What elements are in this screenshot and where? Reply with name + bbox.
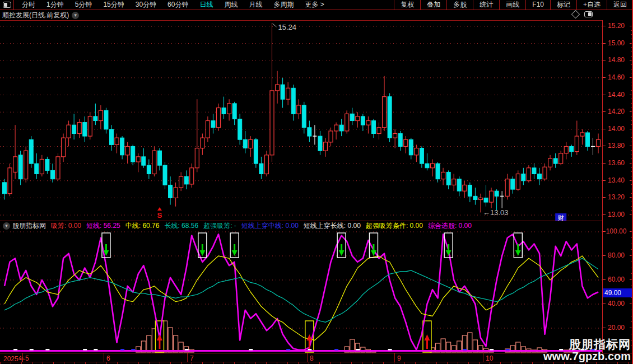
candle-body-down <box>18 155 22 179</box>
indicator-axis-label: 40.00 <box>603 300 630 307</box>
baseline-dash-blue <box>334 349 338 351</box>
tick <box>603 43 606 44</box>
candle-body-up <box>366 121 370 125</box>
toolbar-action-复权[interactable]: 复权 <box>394 0 420 10</box>
candle-body-down <box>184 176 188 184</box>
candle-body-up <box>201 138 204 148</box>
candle <box>431 159 435 176</box>
candle-body-down <box>291 88 295 114</box>
period-tab-更多 >[interactable]: 更多 > <box>299 0 329 10</box>
baseline-dash-white <box>388 349 392 351</box>
baseline-dash-blue <box>463 349 467 351</box>
period-tab-分时[interactable]: 分时 <box>16 0 41 10</box>
baseline-dash-blue <box>131 349 135 351</box>
period-tab-1分钟[interactable]: 1分钟 <box>41 0 69 10</box>
sidebar-toggle-button[interactable] <box>0 0 14 10</box>
price-axis-label: 14.00 <box>603 125 630 133</box>
panel-layout-icon[interactable] <box>584 11 593 17</box>
period-tab-日线[interactable]: 日线 <box>194 0 218 10</box>
period-tab-30分钟[interactable]: 30分钟 <box>130 0 162 10</box>
candle <box>222 97 226 119</box>
candle <box>318 131 322 155</box>
period-tab-月线[interactable]: 月线 <box>243 0 268 10</box>
baseline-dash-blue <box>506 349 510 351</box>
month-separator <box>104 353 104 362</box>
candle <box>420 146 423 167</box>
indicator-axis-label: 60.00 <box>603 276 630 283</box>
candle <box>270 23 274 162</box>
candle <box>94 104 97 125</box>
candle-body-down <box>425 164 429 168</box>
toolbar-action-标记[interactable]: 标记 <box>550 0 576 10</box>
candle <box>286 82 290 105</box>
indicator-panel[interactable]: ▾ 股朋指标网 吸筹: 0.00短线: 56.25中线: 60.76长线: 68… <box>0 221 602 353</box>
period-tab-15分钟[interactable]: 15分钟 <box>97 0 129 10</box>
candle-body-down <box>398 134 402 147</box>
indicator-field-长线: 长线: 68.56 <box>164 221 198 231</box>
candle <box>18 151 22 185</box>
candle <box>356 112 360 128</box>
candle <box>29 136 33 168</box>
candle-body-up <box>13 157 17 172</box>
candle <box>67 121 71 147</box>
candle-body-up <box>441 172 445 179</box>
candle <box>104 108 108 134</box>
candle-body-up <box>356 116 360 121</box>
indicator-axis[interactable]: 100.0080.0060.0040.0020.0049.00 <box>602 221 633 353</box>
candle-body-down <box>553 158 557 164</box>
histogram-bar <box>174 335 178 352</box>
month-label: 9 <box>397 354 401 362</box>
stock-title[interactable]: 顺控发展(日线.前复权) <box>2 11 69 20</box>
histogram-bar <box>468 333 472 352</box>
tick <box>603 231 606 232</box>
sell-arrow-head <box>232 250 238 256</box>
candle <box>393 129 397 148</box>
price-axis-label: 15.00 <box>603 39 630 47</box>
candle-body-down <box>511 179 515 189</box>
time-axis[interactable]: 2025年 5678910 <box>0 353 633 364</box>
candle <box>8 164 12 196</box>
candle <box>538 168 542 185</box>
candle-body-down <box>522 174 525 181</box>
candlestick-panel[interactable]: 15.24←13.03S财 <box>0 20 602 221</box>
candle-body-down <box>473 196 477 199</box>
candle-body-down <box>29 139 33 164</box>
collapse-indicator-icon[interactable]: ▾ <box>3 222 10 230</box>
toolbar-action-+自选[interactable]: +自选 <box>576 0 607 10</box>
indicator-field-超强吸筹条件: 超强吸筹条件: 0.00 <box>366 221 423 231</box>
toolbar-action-统计[interactable]: 统计 <box>473 0 499 10</box>
candle-body-down <box>468 185 472 196</box>
toolbar-action-多股[interactable]: 多股 <box>446 0 473 10</box>
candle <box>500 191 504 208</box>
high-annotation-label: 15.24 <box>278 23 297 31</box>
candle <box>136 153 140 172</box>
period-tab-多周期[interactable]: 多周期 <box>268 0 299 10</box>
baseline-dash-white <box>490 349 494 351</box>
candlestick-chart[interactable]: 15.24←13.03S财 <box>0 21 602 221</box>
candle <box>227 99 231 120</box>
toolbar-action-画线[interactable]: 画线 <box>499 0 525 10</box>
price-axis[interactable]: 15.2015.0014.8014.6014.4014.2014.0013.80… <box>602 20 633 221</box>
price-axis-label: 13.40 <box>603 176 630 184</box>
toolbar-action-返回[interactable]: 返回 <box>607 0 633 10</box>
indicator-chart[interactable] <box>0 221 602 353</box>
toolbar-action-叠加[interactable]: 叠加 <box>420 0 446 10</box>
candle <box>13 125 17 179</box>
candle <box>580 129 584 145</box>
toolbar-action-F10[interactable]: F10 <box>525 0 550 10</box>
candle <box>329 128 333 147</box>
indicator-source-label[interactable]: 股朋指标网 <box>12 221 46 231</box>
period-tab-60分钟[interactable]: 60分钟 <box>162 0 194 10</box>
candle <box>291 85 295 120</box>
diamond-icon[interactable] <box>571 10 580 19</box>
sell-arrow-head <box>515 250 521 256</box>
indicator-field-中线: 中线: 60.76 <box>125 221 160 231</box>
baseline-dash-white <box>185 349 189 351</box>
candle <box>345 110 349 133</box>
period-tab-5分钟[interactable]: 5分钟 <box>69 0 98 10</box>
period-tab-周线[interactable]: 周线 <box>218 0 243 10</box>
month-separator <box>483 353 483 362</box>
chevron-down-icon[interactable]: ▾ <box>72 12 79 19</box>
candle-body-down <box>538 174 542 179</box>
candle <box>516 170 520 191</box>
